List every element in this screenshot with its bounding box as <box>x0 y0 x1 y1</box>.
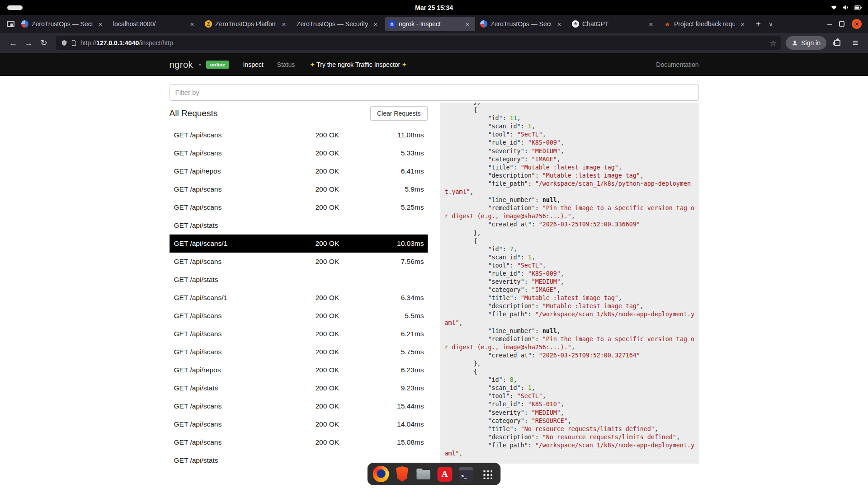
tab-favicon <box>664 20 671 28</box>
response-json-panel[interactable]: }, { "id": 11, "scan_id": 1, "tool": "Se… <box>440 103 699 464</box>
browser-tab[interactable]: ngrok - Inspect × <box>385 17 475 31</box>
request-row[interactable]: GET /api/scans 200 OK 15.08ms <box>170 433 428 451</box>
request-status: 200 OK <box>316 203 365 211</box>
header-nav: Inspect Status <box>229 61 295 68</box>
traffic-inspector-promo-link[interactable]: ✦Try the ngrok Traffic Inspector✦ <box>308 61 408 68</box>
dock-app-button[interactable] <box>436 465 453 483</box>
tab-title: localhost:8000/ <box>113 20 184 28</box>
reload-button[interactable]: ↻ <box>36 35 52 51</box>
tab-close-icon[interactable]: × <box>96 19 105 28</box>
tab-favicon <box>572 20 579 28</box>
shield-icon <box>61 40 67 46</box>
request-row[interactable]: GET /api/stats <box>170 216 428 235</box>
url-scheme: http:// <box>80 39 96 47</box>
tab-close-icon[interactable]: × <box>371 19 380 28</box>
request-status: 200 OK <box>316 312 365 320</box>
request-row[interactable]: GET /api/stats <box>170 271 428 289</box>
browser-tab[interactable]: Project feedback requ × <box>660 17 750 31</box>
request-duration: 14.04ms <box>365 420 424 428</box>
tab-favicon <box>205 20 212 28</box>
request-row[interactable]: GET /api/scans 200 OK 15.44ms <box>170 397 428 415</box>
filter-input[interactable] <box>170 84 699 101</box>
system-tray[interactable] <box>830 0 862 15</box>
tab-close-icon[interactable]: × <box>279 19 288 28</box>
window-maximize-button[interactable] <box>839 21 844 27</box>
browser-tab-bar: ZeroTrustOps — Secur × localhost:8000/ ×… <box>0 15 868 33</box>
documentation-link[interactable]: Documentation <box>656 61 698 68</box>
window-minimize-button[interactable]: – <box>827 19 832 29</box>
account-icon <box>792 40 798 46</box>
request-duration: 15.08ms <box>365 438 424 446</box>
browser-tab[interactable]: ZeroTrustOps Platform × <box>202 17 292 31</box>
browser-tab[interactable]: localhost:8000/ × <box>110 17 200 31</box>
dock-app-button[interactable] <box>373 465 390 483</box>
browser-tab[interactable]: ZeroTrustOps — Security × <box>293 17 383 31</box>
request-row[interactable]: GET /api/repos 200 OK 6.41ms <box>170 162 428 180</box>
request-status: 200 OK <box>316 438 365 446</box>
window-close-button[interactable]: × <box>852 19 862 29</box>
clock-menu-button[interactable]: Mar 25 15:34 <box>415 0 453 15</box>
request-duration: 5.5ms <box>365 312 424 320</box>
request-row[interactable]: GET /api/scans/1 200 OK 6.34ms <box>170 289 428 307</box>
ngrok-logo[interactable]: ngrok <box>170 60 193 70</box>
request-row[interactable]: GET /api/scans 200 OK 6.21ms <box>170 325 428 343</box>
tab-close-icon[interactable]: × <box>646 19 656 28</box>
browser-tab[interactable]: ZeroTrustOps — Secur × <box>477 17 567 31</box>
page-info-icon[interactable] <box>71 40 77 46</box>
app-menu-button[interactable]: ≡ <box>848 36 863 50</box>
dock-app-button[interactable] <box>458 465 475 483</box>
workspaces-indicator[interactable] <box>7 5 23 10</box>
url-host: 127.0.0.1:4040 <box>96 39 139 47</box>
request-duration: 5.25ms <box>365 203 424 211</box>
request-row[interactable]: GET /api/repos 200 OK 6.23ms <box>170 361 428 379</box>
bookmark-star-icon[interactable]: ☆ <box>770 39 776 47</box>
request-row[interactable]: GET /api/scans 200 OK 5.33ms <box>170 144 428 162</box>
request-row[interactable]: GET /api/stats 200 OK 9.23ms <box>170 379 428 397</box>
request-duration: 9.23ms <box>365 384 424 392</box>
request-duration: 6.23ms <box>365 366 424 374</box>
dock-app-button[interactable] <box>415 465 432 483</box>
sign-in-label: Sign in <box>801 39 821 47</box>
tab-close-icon[interactable]: × <box>555 19 564 28</box>
request-row[interactable]: GET /api/scans 200 OK 5.75ms <box>170 343 428 361</box>
firefox-view-button[interactable] <box>4 17 17 31</box>
firefox-view-icon <box>7 21 14 27</box>
tab-close-icon[interactable]: × <box>188 19 197 28</box>
request-row[interactable]: GET /api/scans 200 OK 7.56ms <box>170 253 428 271</box>
header-nav-link[interactable]: Status <box>277 61 295 68</box>
forward-button[interactable]: → <box>21 35 36 51</box>
dock-app-button[interactable] <box>394 465 411 483</box>
volume-icon <box>842 4 849 11</box>
sign-in-button[interactable]: Sign in <box>786 36 826 50</box>
browser-tab[interactable]: ChatGPT × <box>569 17 659 31</box>
dock-app-icon <box>394 466 410 482</box>
url-text: http://127.0.0.1:4040/inspect/http <box>80 39 766 47</box>
tab-close-icon[interactable]: × <box>738 19 747 28</box>
request-row[interactable]: GET /api/scans 200 OK 11.08ms <box>170 126 428 144</box>
tab-strip: ZeroTrustOps — Secur × localhost:8000/ ×… <box>17 15 751 33</box>
request-duration: 7.56ms <box>365 258 424 266</box>
request-path: GET /api/scans <box>174 185 316 193</box>
clear-requests-button[interactable]: Clear Requests <box>370 106 428 121</box>
tab-title: ZeroTrustOps — Secur <box>32 20 93 28</box>
tab-close-icon[interactable]: × <box>463 19 472 28</box>
tab-favicon <box>480 20 487 28</box>
new-tab-button[interactable]: + <box>751 17 765 31</box>
request-row[interactable]: GET /api/scans 200 OK 5.25ms <box>170 198 428 216</box>
tab-title: ChatGPT <box>582 20 643 28</box>
request-row[interactable]: GET /api/scans 200 OK 5.5ms <box>170 307 428 325</box>
list-all-tabs-button[interactable]: ∨ <box>765 17 777 31</box>
request-row[interactable]: GET /api/scans 200 OK 5.9ms <box>170 180 428 198</box>
url-bar[interactable]: http://127.0.0.1:4040/inspect/http ☆ <box>56 36 781 50</box>
browser-tab[interactable]: ZeroTrustOps — Secur × <box>18 17 108 31</box>
back-button[interactable]: ← <box>5 35 21 51</box>
header-nav-link[interactable]: Inspect <box>243 61 263 68</box>
request-row[interactable]: GET /api/scans 200 OK 14.04ms <box>170 415 428 433</box>
dock-app-button[interactable] <box>479 465 496 483</box>
request-duration: 6.21ms <box>365 330 424 338</box>
tab-title: ngrok - Inspect <box>399 20 460 28</box>
request-row[interactable]: GET /api/scans/1 200 OK 10.03ms <box>170 235 428 253</box>
request-duration: 5.33ms <box>365 149 424 157</box>
extensions-button[interactable] <box>830 36 844 50</box>
request-path: GET /api/scans <box>174 203 316 211</box>
